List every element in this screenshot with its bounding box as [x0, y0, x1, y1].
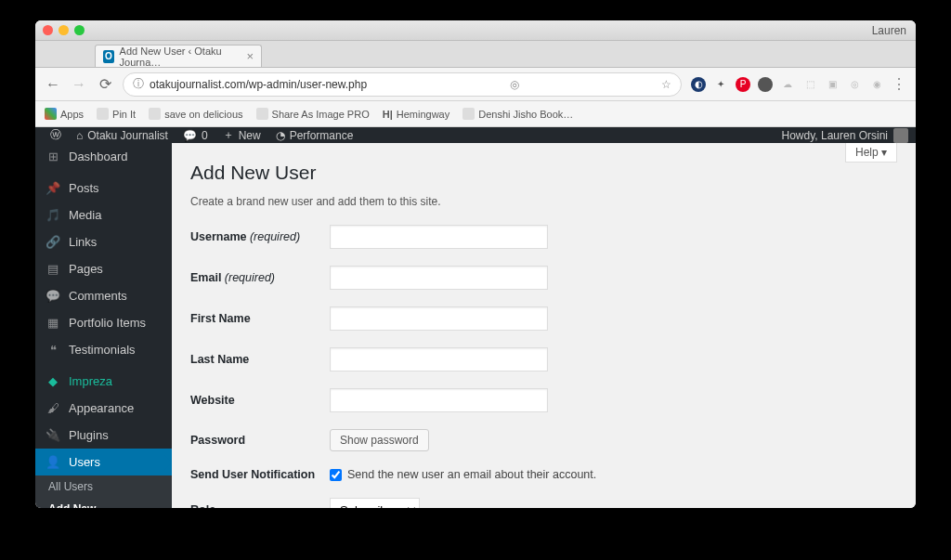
url-field[interactable]: ⓘ otakujournalist.com/wp-admin/user-new.…: [123, 72, 682, 97]
avatar[interactable]: [893, 128, 908, 143]
admin-sidebar: ⊞Dashboard 📌Posts 🎵Media 🔗Links ▤Pages 💬…: [35, 143, 172, 508]
qr-icon[interactable]: ◎: [510, 78, 519, 91]
sidebar-item-links[interactable]: 🔗Links: [35, 228, 172, 255]
diamond-icon: ◆: [45, 374, 61, 388]
role-select[interactable]: Subscriber: [330, 498, 420, 508]
close-window-button[interactable]: [43, 25, 53, 35]
sidebar-subitem-all-users[interactable]: All Users: [35, 475, 172, 498]
website-input[interactable]: [330, 388, 548, 412]
macos-titlebar: Lauren: [35, 20, 916, 41]
comments-link[interactable]: 💬0: [176, 127, 215, 143]
gauge-icon: ◔: [276, 129, 285, 142]
browser-tab[interactable]: O Add New User ‹ Otaku Journa… ×: [95, 45, 262, 67]
bookmark-star-icon[interactable]: ☆: [661, 78, 671, 91]
user-icon: 👤: [45, 455, 61, 469]
password-label: Password: [190, 434, 330, 447]
pinterest-icon[interactable]: P: [736, 77, 750, 92]
sidebar-item-plugins[interactable]: 🔌Plugins: [35, 422, 172, 449]
extension-icon[interactable]: [758, 77, 773, 92]
sidebar-item-dashboard[interactable]: ⊞Dashboard: [35, 143, 172, 170]
show-password-button[interactable]: Show password: [330, 429, 429, 451]
website-label: Website: [190, 394, 330, 407]
reload-button[interactable]: ⟳: [97, 75, 113, 93]
sidebar-item-users[interactable]: 👤Users: [35, 449, 172, 475]
sidebar-item-appearance[interactable]: 🖌Appearance: [35, 395, 172, 422]
main-content: Help ▾ Add New User Create a brand new u…: [172, 143, 916, 508]
comment-icon: 💬: [183, 129, 197, 142]
tab-bar: O Add New User ‹ Otaku Journa… ×: [35, 41, 916, 68]
home-icon: ⌂: [76, 129, 83, 142]
bookmark-item[interactable]: H|Hemingway: [383, 109, 450, 120]
extension-icon[interactable]: ◐: [691, 77, 706, 92]
last-name-label: Last Name: [190, 353, 330, 366]
email-label: Email (required): [190, 271, 330, 284]
minimize-window-button[interactable]: [59, 25, 69, 35]
tab-title: Add New User ‹ Otaku Journa…: [120, 46, 241, 68]
comment-icon: 💬: [45, 289, 61, 303]
username-label: Username (required): [190, 230, 330, 243]
send-notification-checkbox[interactable]: [330, 469, 342, 481]
address-bar: ← → ⟳ ⓘ otakujournalist.com/wp-admin/use…: [35, 68, 916, 101]
extension-icon[interactable]: ✦: [713, 77, 728, 92]
sidebar-item-testimonials[interactable]: ❝Testimonials: [35, 336, 172, 363]
page-description: Create a brand new user and add them to …: [190, 195, 897, 208]
maximize-window-button[interactable]: [74, 25, 85, 35]
forward-button[interactable]: →: [71, 76, 87, 93]
greeting-text[interactable]: Howdy, Lauren Orsini: [782, 129, 889, 142]
extension-icon[interactable]: ◎: [847, 77, 862, 92]
apps-bookmark[interactable]: Apps: [45, 108, 84, 120]
url-text: otakujournalist.com/wp-admin/user-new.ph…: [150, 78, 367, 91]
extension-icon[interactable]: ⬚: [802, 77, 817, 92]
chrome-menu-icon[interactable]: ⋮: [892, 75, 906, 93]
page-title: Add New User: [190, 162, 897, 184]
testimonial-icon: ❝: [45, 343, 61, 357]
new-content-link[interactable]: ＋New: [215, 127, 268, 143]
favicon-icon: O: [103, 50, 114, 63]
sidebar-item-impreza[interactable]: ◆Impreza: [35, 368, 172, 395]
extension-icons: ◐ ✦ P ☁ ⬚ ▣ ◎ ◉ ⋮: [691, 75, 906, 93]
sidebar-item-media[interactable]: 🎵Media: [35, 202, 172, 228]
extension-icon[interactable]: ▣: [825, 77, 840, 92]
sidebar-item-posts[interactable]: 📌Posts: [35, 175, 172, 202]
extension-icon[interactable]: ☁: [780, 77, 795, 92]
last-name-input[interactable]: [330, 347, 548, 371]
wp-logo-icon[interactable]: ⓦ: [43, 127, 69, 143]
back-button[interactable]: ←: [45, 76, 61, 93]
sidebar-item-pages[interactable]: ▤Pages: [35, 255, 172, 282]
page-icon: ▤: [45, 262, 61, 276]
notification-label: Send User Notification: [190, 468, 330, 481]
email-input[interactable]: [330, 266, 548, 290]
bookmark-item[interactable]: Denshi Jisho Book…: [462, 108, 573, 120]
macos-user: Lauren: [872, 24, 906, 37]
portfolio-icon: ▦: [45, 316, 61, 330]
brush-icon: 🖌: [45, 401, 61, 415]
first-name-input[interactable]: [330, 306, 548, 331]
browser-window: Lauren O Add New User ‹ Otaku Journa… × …: [35, 20, 916, 508]
bookmark-item[interactable]: Pin It: [97, 108, 136, 120]
bookmark-item[interactable]: save on delicious: [149, 108, 242, 120]
site-info-icon[interactable]: ⓘ: [133, 76, 144, 92]
performance-link[interactable]: ◔Performance: [268, 127, 361, 143]
plug-icon: 🔌: [45, 428, 61, 442]
first-name-label: First Name: [190, 312, 330, 325]
wp-admin-bar: ⓦ ⌂Otaku Journalist 💬0 ＋New ◔Performance…: [35, 127, 916, 143]
sidebar-subitem-add-new[interactable]: Add New: [35, 498, 172, 508]
sidebar-item-portfolio[interactable]: ▦Portfolio Items: [35, 309, 172, 336]
plus-icon: ＋: [223, 127, 234, 143]
role-label: Role: [190, 503, 330, 508]
bookmark-item[interactable]: Share As Image PRO: [256, 108, 370, 120]
close-tab-icon[interactable]: ×: [246, 49, 254, 63]
notification-description: Send the new user an email about their a…: [347, 468, 596, 481]
media-icon: 🎵: [45, 208, 61, 222]
help-tab[interactable]: Help ▾: [845, 143, 897, 163]
link-icon: 🔗: [45, 235, 61, 249]
bookmarks-bar: Apps Pin It save on delicious Share As I…: [35, 101, 916, 127]
username-input[interactable]: [330, 225, 548, 249]
pin-icon: 📌: [45, 181, 61, 195]
dashboard-icon: ⊞: [45, 150, 61, 163]
extension-icon[interactable]: ◉: [869, 77, 884, 92]
sidebar-item-comments[interactable]: 💬Comments: [35, 282, 172, 309]
site-name-link[interactable]: ⌂Otaku Journalist: [69, 127, 176, 143]
